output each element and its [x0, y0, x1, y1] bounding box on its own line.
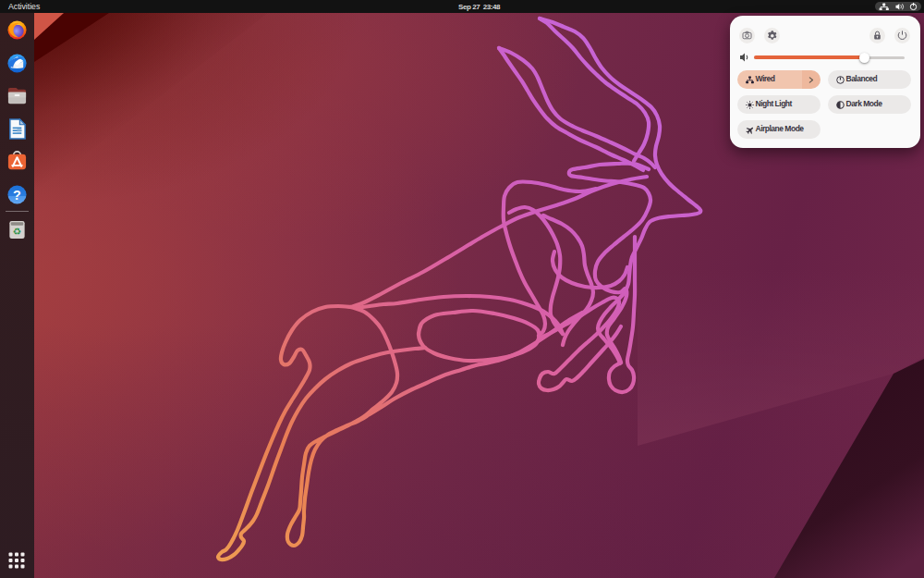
svg-text:♻: ♻ — [13, 226, 21, 237]
svg-text:?: ? — [13, 187, 21, 202]
